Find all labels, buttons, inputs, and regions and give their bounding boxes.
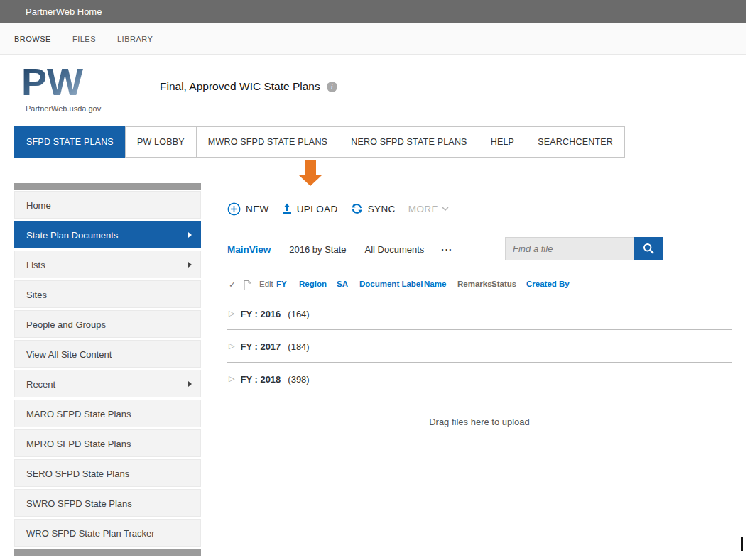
group-row-fy-2016[interactable]: ▷ FY : 2016 (164) [227, 297, 732, 330]
search-group [505, 237, 663, 260]
column-sa[interactable]: SA [337, 280, 348, 288]
top-bar: PartnerWeb Home [0, 0, 746, 23]
text-cursor-artifact [741, 537, 743, 551]
tab-mwro-sfpd-state-plans[interactable]: MWRO SFPD STATE PLANS [196, 126, 339, 158]
tab-help[interactable]: HELP [479, 126, 526, 158]
chevron-right-icon [188, 262, 192, 268]
sidebar-item-people-and-groups[interactable]: People and Groups [14, 310, 201, 338]
sidebar-item-recent[interactable]: Recent [14, 370, 201, 397]
sidebar-item-label: Sites [26, 290, 47, 300]
more-button[interactable]: MORE [408, 204, 449, 214]
page-title-row: Final, Approved WIC State Plans i [160, 80, 337, 93]
sidebar-item-lists[interactable]: Lists [14, 251, 201, 278]
sidebar-item-label: Home [26, 200, 51, 211]
ribbon-bar: BROWSE FILES LIBRARY [0, 23, 746, 55]
group-label: FY : 2018 [240, 374, 281, 385]
main-content: NEW UPLOAD SYNC MORE MainVie [227, 192, 740, 427]
group-rows: ▷ FY : 2016 (164) ▷ FY : 2017 (184) ▷ FY… [227, 297, 732, 395]
column-remarks[interactable]: Remarks [457, 280, 492, 288]
upload-arrow-icon [282, 203, 292, 214]
more-label: MORE [408, 204, 438, 214]
pw-logo-graphic: PW [20, 60, 98, 103]
group-row-fy-2017[interactable]: ▷ FY : 2017 (184) [227, 330, 732, 363]
tab-searchcenter[interactable]: SEARCHCENTER [526, 126, 625, 158]
column-status[interactable]: Status [491, 280, 516, 288]
sidebar-item-label: MPRO SFPD State Plans [26, 439, 131, 449]
sync-icon [351, 203, 363, 214]
page-title: Final, Approved WIC State Plans [160, 80, 320, 93]
sidebar-item-label: SERO SFPD State Plans [26, 468, 129, 479]
ribbon-tab-library[interactable]: LIBRARY [117, 35, 153, 43]
chevron-right-icon [188, 232, 192, 238]
search-icon [643, 243, 655, 255]
ribbon-tab-browse[interactable]: BROWSE [14, 35, 51, 43]
view-all-documents[interactable]: All Documents [365, 244, 425, 255]
search-input[interactable] [505, 237, 634, 260]
sidebar-item-sites[interactable]: Sites [14, 280, 201, 308]
sidebar-item-label: People and Groups [26, 319, 106, 330]
column-region[interactable]: Region [299, 280, 327, 288]
group-count: (184) [288, 341, 309, 352]
group-row-fy-2018[interactable]: ▷ FY : 2018 (398) [227, 363, 732, 395]
search-button[interactable] [634, 237, 663, 260]
group-label: FY : 2016 [240, 309, 281, 319]
expand-triangle-icon[interactable]: ▷ [229, 374, 234, 383]
expand-triangle-icon[interactable]: ▷ [229, 341, 234, 351]
view-2016-by-state[interactable]: 2016 by State [289, 244, 346, 255]
column-document-label[interactable]: Document Label [359, 280, 423, 288]
group-count: (164) [288, 309, 309, 319]
group-count: (398) [288, 374, 309, 385]
select-all-checkmark-icon[interactable]: ✓ [229, 280, 236, 290]
group-label: FY : 2017 [240, 341, 281, 352]
sidebar-bottom-strip [14, 549, 201, 556]
sidebar-item-label: State Plan Documents [26, 230, 118, 241]
sidebar-item-mpro-sfpd-state-plans[interactable]: MPRO SFPD State Plans [14, 429, 201, 457]
info-icon[interactable]: i [327, 82, 337, 92]
new-label: NEW [246, 204, 269, 214]
document-type-icon [244, 280, 251, 292]
sidebar-item-label: Recent [26, 379, 55, 390]
sidebar-item-wro-sfpd-state-plan-tracker[interactable]: WRO SFPD State Plan Tracker [14, 519, 201, 547]
sidebar-nav: Home State Plan Documents Lists Sites Pe… [14, 183, 201, 556]
sidebar-item-view-all-site-content[interactable]: View All Site Content [14, 340, 201, 368]
chevron-right-icon [188, 381, 192, 387]
tab-nero-sfpd-state-plans[interactable]: NERO SFPD STATE PLANS [339, 126, 479, 158]
tab-sfpd-state-plans[interactable]: SFPD STATE PLANS [14, 126, 126, 158]
column-created-by[interactable]: Created By [526, 280, 570, 288]
column-fy[interactable]: FY [276, 280, 287, 288]
column-header-row: ✓ Edit FY Region SA Document Label Name … [227, 280, 732, 292]
expand-triangle-icon[interactable]: ▷ [229, 309, 234, 318]
sidebar-item-label: MARO SFPD State Plans [26, 409, 131, 419]
command-bar: NEW UPLOAD SYNC MORE [227, 200, 740, 217]
chevron-down-icon [442, 207, 449, 211]
view-more-ellipsis[interactable]: ··· [441, 244, 452, 255]
column-name[interactable]: Name [424, 280, 446, 288]
top-nav-tabs: SFPD STATE PLANS PW LOBBY MWRO SFPD STAT… [14, 126, 625, 158]
tab-pw-lobby[interactable]: PW LOBBY [125, 126, 197, 158]
ribbon-tab-files[interactable]: FILES [72, 35, 96, 43]
sidebar-item-label: Lists [26, 260, 45, 270]
annotation-arrow-down [299, 160, 322, 186]
sidebar-top-strip [14, 183, 201, 190]
view-bar: MainView 2016 by State All Documents ··· [227, 237, 740, 261]
sidebar-item-label: View All Site Content [26, 349, 112, 360]
logo-letters: PW [21, 60, 83, 103]
upload-label: UPLOAD [297, 204, 338, 214]
view-mainview[interactable]: MainView [227, 244, 271, 255]
sidebar-item-maro-sfpd-state-plans[interactable]: MARO SFPD State Plans [14, 400, 201, 427]
sidebar-item-swro-sfpd-state-plans[interactable]: SWRO SFPD State Plans [14, 489, 201, 517]
sidebar-item-sero-sfpd-state-plans[interactable]: SERO SFPD State Plans [14, 459, 201, 487]
site-title: PartnerWeb Home [26, 6, 102, 17]
partnerweb-logo[interactable]: PW PartnerWeb.usda.gov [20, 60, 126, 113]
sidebar-item-home[interactable]: Home [14, 191, 201, 219]
arrow-head [299, 175, 322, 186]
new-button[interactable]: NEW [227, 202, 269, 216]
column-edit[interactable]: Edit [259, 280, 273, 288]
upload-button[interactable]: UPLOAD [282, 203, 338, 214]
sync-button[interactable]: SYNC [351, 203, 396, 214]
drag-drop-hint: Drag files here to upload [227, 417, 732, 427]
plus-circle-icon [227, 202, 241, 216]
sidebar-item-state-plan-documents[interactable]: State Plan Documents [14, 221, 201, 248]
sync-label: SYNC [368, 204, 396, 214]
arrow-stem [305, 160, 316, 175]
